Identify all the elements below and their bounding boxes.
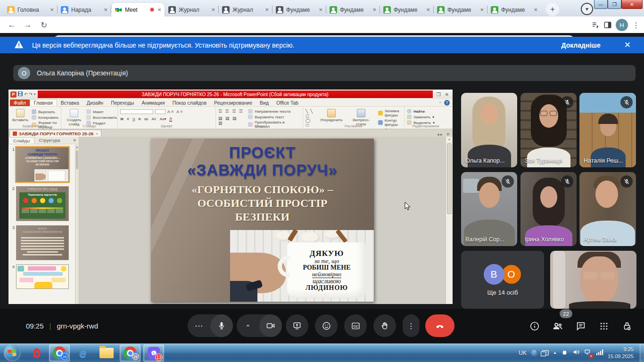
spacing-button[interactable]: AV bbox=[152, 117, 157, 121]
participant-tile-zoia[interactable]: Зоя Туряниця bbox=[520, 93, 577, 167]
ppt-menu-view[interactable]: Вид bbox=[256, 99, 272, 106]
pane-tab-slides[interactable]: Слайды bbox=[8, 137, 34, 144]
ppt-menu-file[interactable]: Файл bbox=[10, 99, 30, 106]
participant-tile-closeup[interactable] bbox=[550, 251, 636, 309]
side-panel-icon[interactable] bbox=[603, 21, 612, 29]
tab-narada[interactable]: Нарада × bbox=[58, 3, 111, 16]
save-icon[interactable] bbox=[18, 91, 23, 97]
doctab-close-icon[interactable]: ✕ bbox=[446, 132, 450, 137]
ppt-menu-transitions[interactable]: Переходы bbox=[107, 99, 138, 106]
reset-button[interactable]: Восстановить bbox=[86, 115, 117, 120]
layout-button[interactable]: Макет bbox=[86, 109, 117, 114]
ppt-close-icon[interactable]: ✕ bbox=[445, 92, 449, 97]
participant-tile-valerii[interactable]: Валерій Сор... bbox=[461, 172, 517, 246]
paste-button[interactable]: Вставить bbox=[11, 109, 30, 122]
tab-close-icon[interactable]: × bbox=[157, 7, 161, 13]
volume-tray-icon[interactable] bbox=[572, 348, 580, 357]
activities-button[interactable] bbox=[598, 321, 610, 332]
tab-close-icon[interactable]: × bbox=[534, 7, 537, 13]
qat-dropdown-icon[interactable]: ▾ bbox=[34, 92, 36, 96]
slide-thumbnail-1[interactable]: ПРОЄКТ«ЗАВЖДИ ПОРУЧ» «ГОРНЯТКО СПОКОЮ» –… bbox=[16, 147, 69, 182]
reading-list-icon[interactable] bbox=[591, 21, 600, 29]
signal-tray-icon[interactable] bbox=[596, 349, 603, 357]
tray-expand-icon[interactable]: ▲ bbox=[553, 351, 557, 355]
show-desktop-button[interactable] bbox=[640, 344, 644, 362]
ppt-menu-home[interactable]: Главная bbox=[30, 99, 57, 106]
ppt-menu-design[interactable]: Дизайн bbox=[83, 99, 107, 106]
browser-menu-icon[interactable]: ⋮ bbox=[632, 21, 640, 29]
taskbar-viber-icon[interactable]: 13 bbox=[143, 345, 164, 362]
ppt-restore-icon[interactable]: ❐ bbox=[437, 92, 441, 97]
align-text-button[interactable]: Выровнять текст bbox=[248, 115, 300, 119]
ribbon-collapse-icon[interactable]: ∘ bbox=[439, 100, 441, 105]
forward-button[interactable]: → bbox=[22, 19, 34, 31]
camera-button[interactable] bbox=[259, 314, 282, 337]
window-close-button[interactable]: ✕ bbox=[621, 0, 643, 9]
taskbar-opera-icon[interactable] bbox=[26, 345, 47, 362]
ppt-menu-officetab[interactable]: Office Tab bbox=[272, 99, 302, 106]
language-indicator[interactable]: UK bbox=[519, 350, 527, 356]
host-controls-button[interactable] bbox=[621, 321, 633, 332]
shape-fill-button[interactable]: Заливка фигуры bbox=[378, 109, 402, 117]
participant-tile-artem[interactable]: Артем Заіка bbox=[579, 172, 636, 246]
back-button[interactable]: ← bbox=[6, 19, 18, 31]
display-tray-icon[interactable] bbox=[542, 350, 549, 355]
undo-icon[interactable]: ↶ bbox=[24, 92, 28, 97]
pane-scrollbar[interactable]: ▲ bbox=[75, 145, 79, 304]
banner-more-link[interactable]: Докладніше bbox=[561, 41, 601, 49]
ppt-menu-animation[interactable]: Анимация bbox=[138, 99, 168, 106]
slide-thumbnail-3[interactable]: ФОКУСНА ВЛАСНОМУ БЛАГОПОЛУЧЧІ bbox=[16, 225, 69, 260]
present-button[interactable] bbox=[286, 314, 308, 337]
reactions-button[interactable] bbox=[315, 314, 338, 337]
tab-fundame-2[interactable]: Фундаме × bbox=[326, 3, 380, 16]
tab-fundame-4[interactable]: Фундаме × bbox=[434, 3, 487, 16]
taskbar-chrome-2[interactable]: H bbox=[120, 345, 140, 362]
font-color-button[interactable]: A bbox=[169, 116, 172, 122]
participant-tile-olha[interactable]: Ольга Капор... bbox=[461, 93, 517, 167]
participant-tile-iryna[interactable]: Ірина Холявко bbox=[520, 172, 577, 246]
ppt-menu-review[interactable]: Рецензирование bbox=[210, 99, 256, 106]
reload-button[interactable]: ↻ bbox=[38, 19, 50, 31]
tab-close-icon[interactable]: × bbox=[265, 7, 269, 13]
ppt-vertical-scrollbar[interactable]: ▲ bbox=[446, 137, 453, 304]
shadow-button[interactable]: ab bbox=[144, 117, 149, 121]
doctab-scroll-icon[interactable]: ◂ ▸ bbox=[437, 132, 443, 137]
find-button[interactable]: Найти bbox=[407, 109, 445, 114]
profile-avatar[interactable]: H bbox=[616, 19, 628, 31]
strikethrough-button[interactable]: S bbox=[138, 117, 140, 121]
window-minimize-button[interactable]: — bbox=[594, 0, 608, 9]
tab-close-icon[interactable]: × bbox=[319, 7, 322, 13]
raise-hand-button[interactable] bbox=[373, 314, 396, 337]
taskbar-chrome-active[interactable]: H bbox=[49, 345, 70, 362]
document-tab-close-icon[interactable]: × bbox=[95, 131, 98, 136]
network-error-tray-icon[interactable]: ✕ bbox=[584, 348, 592, 357]
bold-button[interactable]: Ж bbox=[120, 117, 124, 121]
new-tab-button[interactable]: + bbox=[546, 3, 559, 16]
mic-options-button[interactable]: ⋯ bbox=[188, 314, 210, 337]
tab-holovna[interactable]: Головна × bbox=[4, 3, 57, 16]
tab-search-chevron-button[interactable]: ▾ bbox=[581, 3, 593, 15]
more-options-button[interactable]: ⋮ bbox=[403, 314, 420, 337]
pane-tab-outline[interactable]: Структура bbox=[34, 137, 64, 143]
help-tray-icon[interactable]: ? bbox=[531, 349, 538, 356]
tab-close-icon[interactable]: × bbox=[211, 7, 215, 13]
power-tray-icon[interactable] bbox=[561, 349, 568, 357]
pane-close-icon[interactable]: ✕ bbox=[73, 138, 76, 143]
case-button[interactable]: Aa▾ bbox=[160, 117, 166, 121]
participant-tile-natalia[interactable]: Наталія Реш... bbox=[579, 93, 636, 167]
start-button[interactable] bbox=[4, 345, 21, 362]
copy-button[interactable]: Копировать bbox=[32, 115, 58, 120]
tab-close-icon[interactable]: × bbox=[50, 7, 54, 13]
end-call-button[interactable] bbox=[425, 314, 454, 337]
tab-fundame-5[interactable]: Фундаме × bbox=[487, 3, 541, 16]
help-icon[interactable]: ? bbox=[444, 100, 450, 106]
taskbar-ie-icon[interactable]: e bbox=[73, 345, 93, 362]
captions-button[interactable]: CC bbox=[344, 314, 367, 337]
tab-fundame-1[interactable]: Фундаме × bbox=[272, 3, 326, 16]
ppt-menu-insert[interactable]: Вставка bbox=[57, 99, 83, 106]
tab-close-icon[interactable]: × bbox=[372, 7, 376, 13]
slide-thumbnail-2[interactable]: ТУРБОТА ПРО СЕБЕ Термометр відчуттів bbox=[16, 186, 69, 221]
tab-meet-active[interactable]: Meet × bbox=[111, 3, 165, 16]
tab-close-icon[interactable]: × bbox=[426, 7, 430, 13]
document-tab[interactable]: ЗАВЖДИ ПОРУЧ ГОРНЯТКО 25-26 × bbox=[9, 130, 101, 137]
